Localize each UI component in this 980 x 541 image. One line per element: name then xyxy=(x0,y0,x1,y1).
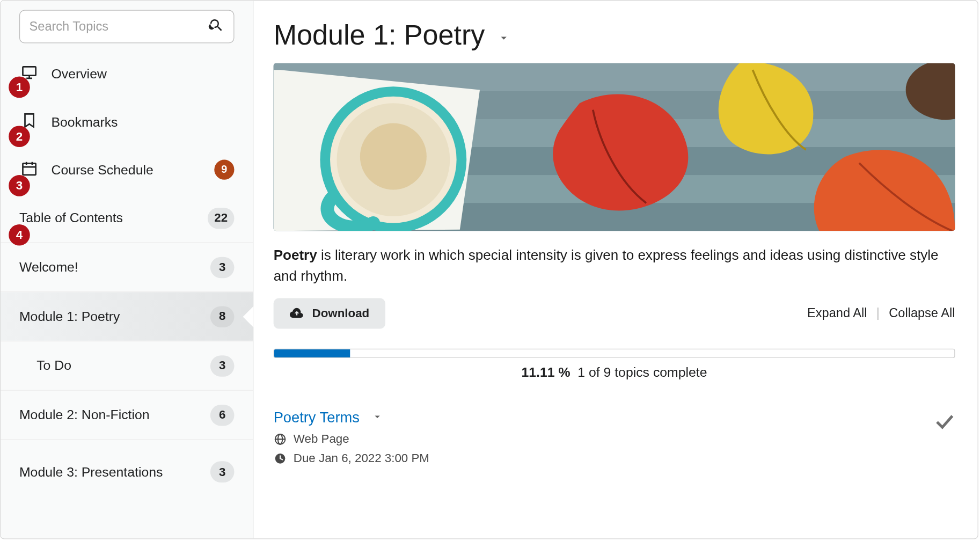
topic-title-link[interactable]: Poetry Terms xyxy=(274,410,360,427)
main-content: Module 1: Poetry xyxy=(253,1,977,538)
search-box[interactable] xyxy=(19,10,235,43)
toc-count: 3 xyxy=(210,461,235,482)
topic-due-row: Due Jan 6, 2022 3:00 PM xyxy=(274,451,955,465)
toc-count: 3 xyxy=(210,257,235,278)
progress-text: 11.11 % 1 of 9 topics complete xyxy=(274,365,955,381)
checkmark-icon[interactable] xyxy=(934,411,955,435)
topic-item: Poetry Terms Web Page Due Jan 6, 2022 3:… xyxy=(274,410,955,465)
search-icon[interactable] xyxy=(208,17,224,36)
toc-label: Module 2: Non-Fiction xyxy=(19,406,150,423)
sidebar: Overview Bookmarks Course Schedule 9 Tab… xyxy=(1,1,253,538)
nav-label: Course Schedule xyxy=(51,162,153,178)
progress-fill xyxy=(274,349,350,357)
clock-icon xyxy=(274,451,287,465)
annotation-4: 4 xyxy=(9,224,30,246)
separator: | xyxy=(876,306,880,320)
actions-row: Download Expand All | Collapse All xyxy=(274,298,955,329)
progress-percent: 11.11 % xyxy=(521,365,570,379)
app-frame: 1 2 3 4 Overview Bookmarks xyxy=(0,0,978,539)
chevron-down-icon[interactable] xyxy=(371,411,383,425)
progress-section: 11.11 % 1 of 9 topics complete xyxy=(274,349,955,380)
toc-welcome[interactable]: Welcome! 3 xyxy=(1,243,253,293)
toc-to-do[interactable]: To Do 3 xyxy=(1,341,253,391)
globe-icon xyxy=(274,432,287,445)
toc-label: Welcome! xyxy=(19,258,78,276)
topic-type-row: Web Page xyxy=(274,432,955,446)
toc-label: Table of Contents xyxy=(19,209,123,226)
search-input[interactable] xyxy=(30,19,209,34)
annotation-3: 3 xyxy=(9,175,30,196)
toc-label: Module 3: Presentations xyxy=(19,463,163,480)
nav-label: Bookmarks xyxy=(51,114,118,130)
toc-module-2-nonfiction[interactable]: Module 2: Non-Fiction 6 xyxy=(1,391,253,440)
annotation-2: 2 xyxy=(9,126,30,147)
module-description: Poetry is literary work in which special… xyxy=(274,244,955,286)
nav-label: Overview xyxy=(51,66,106,82)
toc-table-of-contents[interactable]: Table of Contents 22 xyxy=(1,194,253,243)
toc-count: 6 xyxy=(210,404,235,426)
toc-count: 22 xyxy=(208,207,235,229)
desc-rest: is literary work in which special intens… xyxy=(274,247,939,283)
download-label: Download xyxy=(312,306,370,320)
desc-bold: Poetry xyxy=(274,247,317,262)
svg-point-18 xyxy=(360,123,427,189)
nav-course-schedule[interactable]: Course Schedule 9 xyxy=(1,146,253,194)
toc-count: 8 xyxy=(210,306,235,327)
toc-count: 3 xyxy=(210,355,235,377)
annotation-1: 1 xyxy=(9,77,30,98)
module-title: Module 1: Poetry xyxy=(274,19,485,52)
toc-label: Module 1: Poetry xyxy=(19,308,120,325)
toc-module-1-poetry[interactable]: Module 1: Poetry 8 xyxy=(1,292,253,341)
collapse-all-link[interactable]: Collapse All xyxy=(889,306,955,320)
toc-label: To Do xyxy=(36,357,71,375)
progress-detail: 1 of 9 topics complete xyxy=(577,365,707,379)
expand-collapse: Expand All | Collapse All xyxy=(807,306,955,320)
nav-bookmarks[interactable]: Bookmarks xyxy=(1,98,253,145)
module-title-row: Module 1: Poetry xyxy=(274,19,958,52)
schedule-badge: 9 xyxy=(214,160,234,180)
expand-all-link[interactable]: Expand All xyxy=(807,306,867,320)
svg-rect-3 xyxy=(23,163,35,174)
topic-due: Due Jan 6, 2022 3:00 PM xyxy=(294,451,429,465)
hero-image xyxy=(274,63,955,231)
chevron-down-icon[interactable] xyxy=(497,31,510,47)
topic-type: Web Page xyxy=(294,432,349,446)
nav-overview[interactable]: Overview xyxy=(1,50,253,98)
download-button[interactable]: Download xyxy=(274,298,385,329)
svg-rect-0 xyxy=(23,67,35,75)
toc-list: Table of Contents 22 Welcome! 3 Module 1… xyxy=(1,194,253,504)
toc-module-3-presentations[interactable]: Module 3: Presentations 3 xyxy=(1,440,253,504)
download-icon xyxy=(289,306,304,320)
progress-bar xyxy=(274,349,955,358)
